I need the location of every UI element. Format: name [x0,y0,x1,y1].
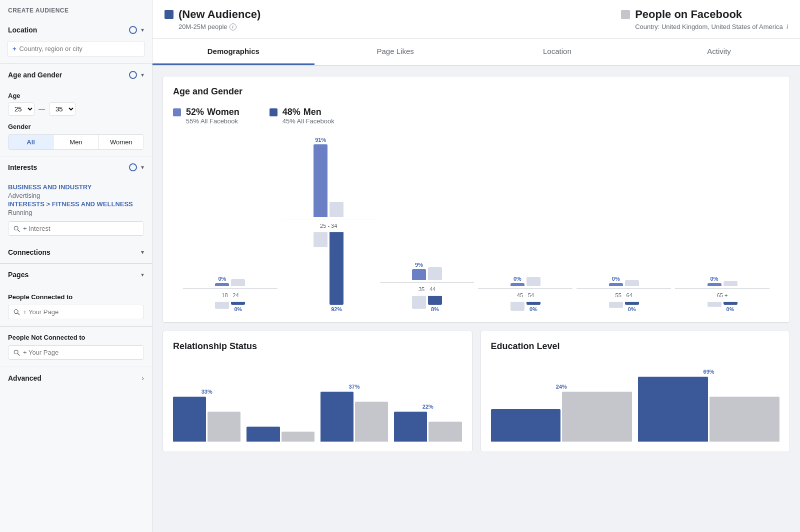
bar-men-audience [625,302,639,305]
age-label: Age [8,92,144,99]
age-min-select[interactable]: 25 [8,102,34,116]
bar-men-audience [526,302,540,305]
people-not-connected-input-field[interactable] [23,349,138,356]
audience-header: (New Audience) 20M-25M people i People o… [152,0,800,39]
bar-women-pct: 9% [415,262,423,268]
age-range-label: 65 + [717,292,728,298]
age-row: 25 — 35 [8,102,144,116]
bar-women-fb [526,277,540,286]
edu-fb-bar [562,392,632,442]
bar-men-audience [231,302,245,305]
svg-line-1 [18,229,20,231]
interests-section-header[interactable]: Interests ▾ [0,156,152,178]
location-input[interactable] [20,45,140,52]
relationship-status-card: Relationship Status 33% 37% 22% [162,331,472,452]
sidebar-age-gender-section: Age and Gender ▾ Age 25 — 35 Gender All [0,64,152,156]
fb-people-info: People on Facebook Country: United Kingd… [635,8,788,30]
interest-fitness-wellness[interactable]: INTERESTS > FITNESS AND WELLNESS [8,200,144,208]
rel-fb-bar [208,412,240,442]
interests-icons: ▾ [129,163,144,171]
svg-point-2 [14,309,18,313]
bar-men-audience [330,232,344,305]
location-input-container[interactable]: + [7,41,145,56]
advanced-title: Advanced [8,374,42,382]
age-gender-icons: ▾ [129,71,144,79]
interest-search[interactable] [8,221,144,236]
bar-women-fb [231,279,245,286]
bar-women-pct: 91% [315,137,326,143]
pages-title: Pages [8,271,28,279]
main-content: (New Audience) 20M-25M people i People o… [152,0,800,532]
interest-search-input[interactable] [23,225,138,232]
people-connected-section: People Connected to [0,286,152,327]
people-not-connected-label: People Not Connected to [8,334,144,341]
legend-men: 48% Men 45% All Facebook [270,107,334,125]
bar-women-audience [314,144,328,217]
rel-bar-group: 37% [320,367,388,442]
location-circle-icon [129,26,137,34]
bar-women-fb [330,202,344,217]
bar-men-fb [510,302,524,311]
rel-fb-bar [355,402,388,442]
bar-women-pct: 0% [218,276,226,282]
gender-all-button[interactable]: All [8,135,54,149]
tab-activity[interactable]: Activity [638,39,800,65]
people-not-connected-input[interactable] [8,345,144,360]
interest-running: Running [8,209,144,216]
bar-men-pct: 0% [628,306,636,312]
age-group: 0% 0 65 + 0% [675,274,770,312]
tab-location[interactable]: Location [476,39,638,65]
age-gender-section-header[interactable]: Age and Gender ▾ [0,64,152,86]
tab-page-likes[interactable]: Page Likes [314,39,476,65]
sidebar-interests-section: Interests ▾ BUSINESS AND INDUSTRY Advert… [0,156,152,241]
connections-title: Connections [8,248,50,256]
plus-icon: + [12,45,16,52]
women-label: Women [207,107,240,117]
location-section-header[interactable]: Location ▾ [0,19,152,41]
rel-audience-bar [246,427,280,442]
people-not-connected-section: People Not Connected to [0,327,152,367]
sidebar: CREATE AUDIENCE Location ▾ + Age and Gen… [0,0,152,532]
location-input-wrap: + [0,41,152,63]
pages-section[interactable]: Pages ▾ [0,264,152,286]
tab-demographics[interactable]: Demographics [152,39,314,65]
advanced-chevron-icon: › [142,374,144,382]
tabs-row: Demographics Page Likes Location Activit… [152,39,800,66]
interests-content: BUSINESS AND INDUSTRY Advertising INTERE… [0,178,152,241]
location-icons: ▾ [129,26,144,34]
relationship-bars: 33% 37% 22% [173,362,462,442]
age-max-select[interactable]: 35 [49,102,76,116]
bar-men-pct: 0% [234,306,242,312]
svg-line-3 [18,313,20,315]
audience-blue-square [164,10,174,19]
fb-people-sub: Country: United Kingdom, United States o… [635,23,788,30]
people-connected-input-field[interactable] [23,308,138,316]
rel-pct: 37% [348,384,360,390]
gender-women-button[interactable]: Women [99,135,144,149]
interests-circle-icon [129,163,137,171]
legend-women-square [173,108,181,116]
age-gender-content: Age 25 — 35 Gender All Men Women [0,86,152,156]
bar-women-audience [215,283,229,286]
interests-title: Interests [8,163,37,171]
gender-row: Gender All Men Women [8,123,144,150]
people-connected-input[interactable] [8,305,144,319]
sidebar-header: CREATE AUDIENCE [0,0,152,19]
connections-header[interactable]: Connections ▾ [0,241,152,263]
age-group: 0% 0 18 - 24 0% [183,272,278,312]
edu-audience-bar [638,377,708,442]
bar-men-pct: 0% [726,306,734,312]
age-gender-chevron-icon: ▾ [141,71,144,78]
bar-men-fb [412,296,426,309]
bar-women-audience [708,283,722,286]
interest-business-industry[interactable]: BUSINESS AND INDUSTRY [8,183,144,191]
gender-men-button[interactable]: Men [54,135,98,149]
women-fb-pct: 55% All Facebook [186,117,240,125]
interest-advertising: Advertising [8,192,144,199]
advanced-section[interactable]: Advanced › [0,367,152,389]
connections-chevron-icon: ▾ [141,249,144,256]
fb-people-title: People on Facebook [635,8,788,21]
rel-bar-group [246,367,314,442]
audience-count: 20M-25M people i [178,23,260,30]
legend-men-text: 48% Men 45% All Facebook [282,107,334,125]
